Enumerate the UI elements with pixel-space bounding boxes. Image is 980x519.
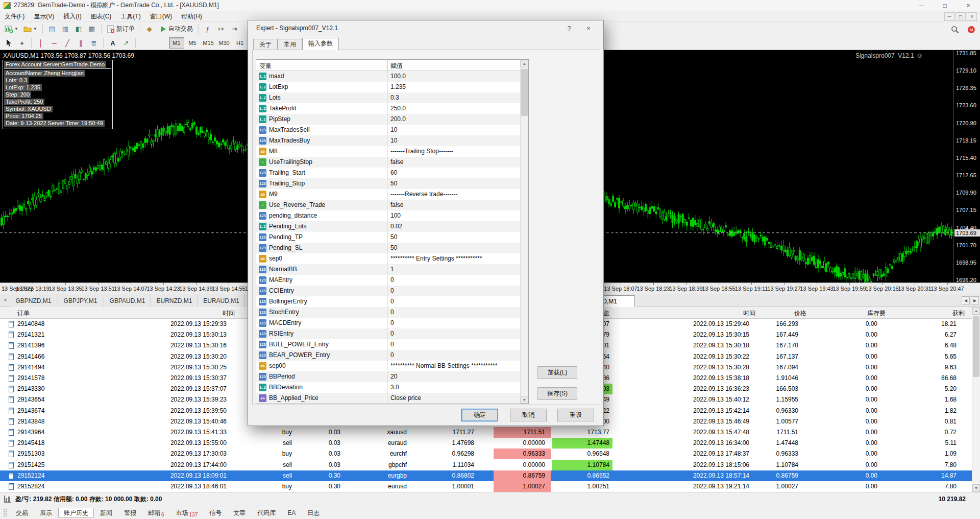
- param-value[interactable]: 0: [390, 276, 394, 284]
- param-row-pipstep[interactable]: 1.2PipStep200.0: [256, 114, 520, 125]
- mdi-close-button[interactable]: ×: [967, 12, 977, 21]
- ok-button[interactable]: 确定: [461, 409, 498, 421]
- param-value[interactable]: -------Trailing Stop-------: [390, 148, 453, 155]
- param-value[interactable]: 10: [390, 126, 397, 133]
- param-row-bear_power_entry[interactable]: 123BEAR_POWER_Entry0: [256, 350, 520, 361]
- terminal-tab-信号[interactable]: 信号: [204, 508, 227, 518]
- param-value[interactable]: 50: [390, 233, 397, 241]
- indicators-button[interactable]: ƒ: [201, 23, 214, 35]
- timeframe-button-m5[interactable]: M5: [185, 37, 200, 49]
- scroll-thumb[interactable]: [973, 316, 979, 377]
- dialog-help-button[interactable]: ?: [561, 22, 577, 34]
- param-row-lotexp[interactable]: 1.2LotExp1.235: [256, 82, 520, 92]
- param-row-maxtradesbuy[interactable]: 123MaxTradesBuy10: [256, 135, 520, 146]
- tab-scroll-right-button[interactable]: ▶: [971, 296, 979, 304]
- load-button[interactable]: 加载(L): [537, 366, 577, 379]
- param-value[interactable]: 0.3: [390, 94, 399, 101]
- crosshair-button[interactable]: +: [15, 37, 29, 49]
- terminal-tab-警报[interactable]: 警报: [118, 508, 142, 518]
- chart-tab-gbpjpy-m1[interactable]: GBPJPY,M1: [57, 295, 104, 307]
- terminal-tab-代码库[interactable]: 代码库: [252, 508, 281, 518]
- history-column-header[interactable]: 价格: [794, 309, 806, 318]
- tab-scroll-left-button[interactable]: ◀: [962, 296, 970, 304]
- terminal-tab-展示[interactable]: 展示: [34, 508, 58, 518]
- maximize-button[interactable]: □: [933, 0, 957, 11]
- param-row-pending_sl[interactable]: 123Pending_SL50: [256, 243, 520, 253]
- history-column-header[interactable]: 库存费: [867, 309, 886, 318]
- param-row-pending_tp[interactable]: 123Pending_TP50: [256, 232, 520, 243]
- param-row-use_reverse_trade[interactable]: ✓Use_Reverse_Tradefalse: [256, 200, 520, 210]
- parameters-scrollbar[interactable]: ▲ ▼: [520, 60, 528, 404]
- scroll-thumb[interactable]: [521, 69, 528, 116]
- column-divider[interactable]: [387, 60, 388, 70]
- history-row-29152824[interactable]: 291528242022.09.13 18:46:01buy0.30eurusd…: [0, 481, 972, 492]
- menu-item-1[interactable]: 文件(F): [0, 11, 29, 22]
- new-chart-button[interactable]: ▼: [2, 23, 21, 35]
- param-value[interactable]: 1: [390, 266, 394, 273]
- param-value[interactable]: false: [390, 201, 403, 208]
- param-row-maentry[interactable]: 123MAEntry0: [256, 275, 520, 286]
- scroll-down-icon[interactable]: ▼: [972, 484, 980, 492]
- param-row-stochentry[interactable]: 123StochEntry0: [256, 307, 520, 318]
- param-value[interactable]: 60: [390, 169, 397, 176]
- param-value[interactable]: 50: [390, 244, 397, 251]
- vertical-line-button[interactable]: │: [34, 37, 47, 49]
- param-row-usetrailingstop[interactable]: ✓UseTrailingStopfalse: [256, 157, 520, 168]
- navigator-button[interactable]: ◧: [72, 23, 85, 35]
- param-value[interactable]: 50: [390, 180, 397, 187]
- param-value[interactable]: 0: [390, 287, 394, 294]
- param-value[interactable]: 20: [390, 373, 397, 380]
- reset-button[interactable]: 重设: [557, 409, 594, 421]
- param-row-maxd[interactable]: 1.2maxd100.0: [256, 71, 520, 82]
- profiles-button[interactable]: ▼: [21, 23, 40, 35]
- param-value[interactable]: Close price: [390, 394, 421, 402]
- param-value[interactable]: false: [390, 158, 403, 166]
- mdi-restore-button[interactable]: □: [955, 12, 966, 21]
- community-button[interactable]: M: [965, 23, 978, 36]
- param-value[interactable]: 200.0: [390, 115, 406, 123]
- scroll-down-icon[interactable]: ▼: [521, 396, 528, 404]
- param-value[interactable]: -------Reverse trade-------: [390, 191, 457, 198]
- param-row-macdentry[interactable]: 123MACDEntry0: [256, 318, 520, 328]
- param-row-bollingerentry[interactable]: 123BollingerEntry0: [256, 296, 520, 307]
- param-value[interactable]: 0: [390, 298, 394, 305]
- history-row-29143964[interactable]: 291439642022.09.13 15:41:33buy0.03xauusd…: [0, 427, 972, 438]
- chart-tab-eurnzd-m1[interactable]: EURNZD,M1: [151, 295, 198, 307]
- dialog-close-button[interactable]: ×: [581, 22, 596, 34]
- price-axis[interactable]: 1731.851729.101726.351723.601720.901718.…: [953, 50, 980, 282]
- history-column-header[interactable]: 获利: [952, 309, 965, 318]
- param-value[interactable]: 0: [390, 319, 394, 326]
- cursor-button[interactable]: [2, 37, 15, 49]
- column-variable[interactable]: 变量: [259, 62, 272, 70]
- dialog-tab-3[interactable]: 输入参数: [302, 38, 339, 50]
- param-row-m9[interactable]: abM9-------Reverse trade-------: [256, 189, 520, 200]
- param-value[interactable]: 0.02: [390, 223, 402, 230]
- text-tool-button[interactable]: A: [106, 37, 119, 49]
- timeframe-button-h1[interactable]: H1: [232, 37, 248, 49]
- mdi-minimize-button[interactable]: ─: [944, 12, 954, 21]
- save-button[interactable]: 保存(S): [537, 387, 577, 400]
- param-row-maxtradessell[interactable]: 123MaxTradesSell10: [256, 125, 520, 135]
- history-column-header[interactable]: 时间: [223, 309, 235, 318]
- dialog-tab-1[interactable]: 关于: [253, 39, 278, 50]
- param-value[interactable]: 100.0: [390, 73, 406, 80]
- param-row-trailing_stop[interactable]: 123Trailing_Stop50: [256, 178, 520, 189]
- param-value[interactable]: 10: [390, 137, 397, 144]
- close-button[interactable]: ×: [957, 0, 980, 11]
- metaeditor-button[interactable]: ◆: [143, 23, 156, 35]
- menu-item-4[interactable]: 图表(C): [86, 11, 116, 22]
- menu-item-3[interactable]: 插入(I): [59, 11, 86, 22]
- data-window-button[interactable]: ▥: [59, 23, 72, 35]
- param-row-pending_lots[interactable]: 1.2Pending_Lots0.02: [256, 221, 520, 232]
- param-row-normalbb[interactable]: 123NormalBB1: [256, 264, 520, 275]
- param-value[interactable]: 0: [390, 330, 394, 337]
- scroll-up-icon[interactable]: ▲: [521, 60, 528, 67]
- param-value[interactable]: ********** Normal BB Settings **********…: [390, 362, 497, 369]
- history-row-29145418[interactable]: 291454182022.09.13 15:55:00sell0.03eurau…: [0, 438, 972, 449]
- chart-tab-gbpnzd-m1[interactable]: GBPNZD,M1: [10, 295, 57, 307]
- terminal-tab-账户历史[interactable]: 账户历史: [58, 508, 94, 518]
- param-row-pending_distance[interactable]: 123pending_distance100: [256, 210, 520, 221]
- param-value[interactable]: 250.0: [390, 105, 406, 112]
- arrows-tool-button[interactable]: ↗: [119, 37, 133, 49]
- menu-item-7[interactable]: 帮助(H): [177, 11, 207, 22]
